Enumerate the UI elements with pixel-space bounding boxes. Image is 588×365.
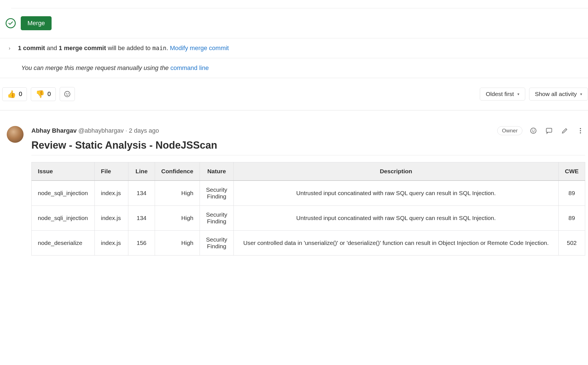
- svg-point-1: [66, 93, 66, 93]
- chevron-down-icon: ▾: [517, 92, 519, 96]
- author-line: Abhay Bhargav @abhaybhargav · 2 days ago: [31, 127, 159, 134]
- svg-point-8: [580, 130, 581, 131]
- th-line: Line: [128, 162, 155, 181]
- commit-count: 1 commit: [18, 45, 45, 52]
- react-button[interactable]: [529, 126, 538, 135]
- thumbs-down-button[interactable]: 👎 0: [31, 87, 55, 101]
- td-line: 134: [128, 181, 155, 206]
- svg-point-7: [580, 128, 581, 129]
- thumbs-down-icon: 👎: [36, 90, 45, 99]
- th-confidence: Confidence: [155, 162, 200, 181]
- td-description: User controlled data in 'unserialize()' …: [233, 231, 558, 256]
- reply-button[interactable]: [544, 126, 554, 135]
- td-issue: node_sqli_injection: [32, 206, 95, 231]
- td-cwe: 89: [559, 206, 585, 231]
- table-header-row: Issue File Line Confidence Nature Descri…: [32, 162, 585, 181]
- commit-summary-row: › 1 commit and 1 merge commit will be ad…: [0, 38, 588, 58]
- comment-header: Abhay Bhargav @abhaybhargav · 2 days ago…: [31, 126, 585, 135]
- merge-commit-count: 1 merge commit: [59, 45, 106, 52]
- comment-actions: Owner: [497, 126, 585, 135]
- commit-summary-text: 1 commit and 1 merge commit will be adde…: [18, 45, 229, 52]
- table-row: node_deserializeindex.js156HighSecurity …: [32, 231, 585, 256]
- table-row: node_sqli_injectionindex.js134HighSecuri…: [32, 181, 585, 206]
- td-description: Untrusted input concatinated with raw SQ…: [233, 181, 558, 206]
- td-issue: node_sqli_injection: [32, 181, 95, 206]
- smiley-icon: [530, 127, 537, 134]
- merge-button[interactable]: Merge: [21, 16, 52, 30]
- svg-point-0: [64, 91, 70, 97]
- svg-point-2: [68, 93, 68, 93]
- comment-block: Abhay Bhargav @abhaybhargav · 2 days ago…: [0, 111, 588, 256]
- target-branch: main: [152, 45, 166, 52]
- author-name[interactable]: Abhay Bhargav: [31, 127, 77, 134]
- kebab-icon: [577, 127, 584, 134]
- add-reaction-button[interactable]: [60, 87, 75, 101]
- thumbs-up-button[interactable]: 👍 0: [2, 87, 27, 101]
- td-confidence: High: [155, 231, 200, 256]
- manual-merge-row: You can merge this merge request manuall…: [0, 58, 588, 78]
- td-nature: Security Finding: [200, 206, 234, 231]
- thumbs-up-icon: 👍: [7, 90, 16, 99]
- merge-status-row: Merge: [0, 8, 588, 38]
- comment-icon: [545, 127, 553, 134]
- status-success-icon: [6, 18, 16, 28]
- avatar[interactable]: [7, 126, 24, 143]
- chevron-down-icon: ▾: [580, 92, 582, 96]
- th-cwe: CWE: [559, 162, 585, 181]
- comment-title: Review - Static Analysis - NodeJSScan: [31, 139, 585, 155]
- td-description: Untrusted input concatinated with raw SQ…: [233, 206, 558, 231]
- td-file: index.js: [95, 231, 128, 256]
- td-confidence: High: [155, 181, 200, 206]
- th-description: Description: [233, 162, 558, 181]
- td-line: 156: [128, 231, 155, 256]
- td-file: index.js: [95, 206, 128, 231]
- td-nature: Security Finding: [200, 181, 234, 206]
- edit-button[interactable]: [560, 126, 570, 135]
- td-issue: node_deserialize: [32, 231, 95, 256]
- td-nature: Security Finding: [200, 231, 234, 256]
- owner-badge: Owner: [497, 126, 522, 135]
- smiley-icon: [64, 90, 71, 98]
- td-cwe: 502: [559, 231, 585, 256]
- svg-point-9: [580, 132, 581, 133]
- table-row: node_sqli_injectionindex.js134HighSecuri…: [32, 206, 585, 231]
- expand-chevron-icon[interactable]: ›: [7, 45, 12, 51]
- td-cwe: 89: [559, 181, 585, 206]
- activity-controls: Oldest first ▾ Show all activity ▾: [480, 88, 588, 100]
- sort-order-dropdown[interactable]: Oldest first ▾: [480, 88, 525, 100]
- thumbs-up-count: 0: [19, 90, 22, 98]
- activity-filter-label: Show all activity: [535, 91, 577, 97]
- author-handle[interactable]: @abhaybhargav: [78, 127, 124, 134]
- svg-point-3: [531, 128, 536, 134]
- reactions-group: 👍 0 👎 0: [2, 87, 75, 101]
- td-confidence: High: [155, 206, 200, 231]
- td-file: index.js: [95, 181, 128, 206]
- controls-row: 👍 0 👎 0 Oldest first ▾ Show all activity…: [0, 78, 588, 111]
- manual-merge-text: You can merge this merge request manuall…: [21, 64, 170, 71]
- th-file: File: [95, 162, 128, 181]
- modify-merge-commit-link[interactable]: Modify merge commit: [170, 45, 229, 52]
- command-line-link[interactable]: command line: [170, 64, 209, 71]
- th-issue: Issue: [32, 162, 95, 181]
- more-actions-button[interactable]: [576, 126, 585, 135]
- findings-table: Issue File Line Confidence Nature Descri…: [31, 162, 585, 256]
- thumbs-down-count: 0: [47, 90, 51, 98]
- th-nature: Nature: [200, 162, 234, 181]
- svg-point-4: [532, 130, 533, 130]
- td-line: 134: [128, 206, 155, 231]
- comment-timestamp: 2 days ago: [129, 127, 159, 134]
- svg-rect-6: [546, 128, 552, 132]
- activity-filter-dropdown[interactable]: Show all activity ▾: [529, 88, 588, 100]
- pencil-icon: [561, 127, 568, 134]
- svg-point-5: [534, 130, 534, 130]
- collapsed-section-stub: [11, 0, 588, 8]
- sort-order-label: Oldest first: [486, 91, 514, 97]
